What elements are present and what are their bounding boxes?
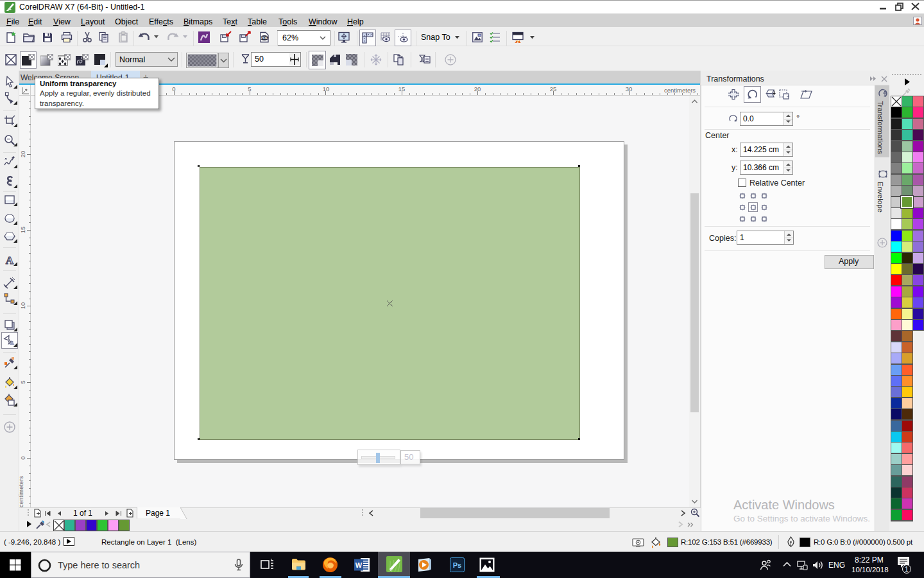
svg-text:W: W: [355, 561, 363, 569]
svg-text:PDF: PDF: [261, 36, 268, 40]
svg-text:Ps: Ps: [453, 561, 461, 569]
svg-text:A: A: [6, 254, 14, 267]
